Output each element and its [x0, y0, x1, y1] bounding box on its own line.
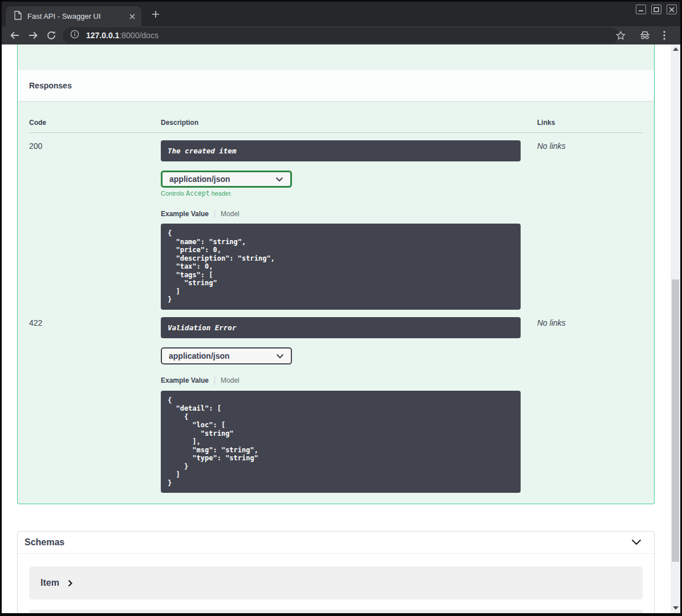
url-bar[interactable]: 127.0.0.1:8000/docs — [63, 27, 619, 43]
minimize-icon[interactable] — [636, 5, 646, 14]
model-card-item[interactable]: Item — [29, 566, 643, 599]
response-code: 200 — [29, 140, 161, 310]
scroll-up-icon[interactable] — [673, 47, 679, 51]
col-header-code: Code — [29, 119, 161, 127]
accept-header-hint: Controls Accept header. — [161, 189, 537, 197]
model-card-validationerror[interactable]: ValidationError — [29, 610, 643, 613]
tab-divider — [214, 209, 215, 218]
tab-example-value[interactable]: Example Value — [161, 376, 209, 384]
schemas-section: Schemas Item ValidationError — [17, 531, 655, 613]
response-description: Validation Error — [161, 317, 521, 338]
chevron-down-icon[interactable] — [631, 537, 642, 548]
schemas-header[interactable]: Schemas — [18, 532, 654, 554]
maximize-icon[interactable] — [651, 5, 661, 14]
reload-icon[interactable] — [46, 30, 56, 40]
tab-example-value[interactable]: Example Value — [161, 210, 209, 218]
example-json-422: { "detail": [ { "loc": [ "string" ], "ms… — [161, 391, 521, 493]
example-model-tabs: Example Value Model — [161, 376, 537, 385]
url-text: 127.0.0.1:8000/docs — [86, 31, 159, 40]
model-name: Item — [40, 578, 59, 588]
response-description: The created item — [161, 140, 521, 161]
operation-block: Responses Code Description Links 200 The… — [17, 44, 655, 504]
response-description-cell: Validation Error application/json Exampl… — [161, 317, 537, 493]
response-links: No links — [537, 140, 643, 310]
media-type-select[interactable]: application/json — [161, 347, 292, 364]
page-scrollbar[interactable] — [671, 44, 680, 613]
back-icon[interactable] — [10, 30, 20, 40]
menu-kebab-icon[interactable] — [659, 30, 670, 41]
tab-title: Fast API - Swagger UI — [22, 12, 127, 21]
window-controls — [636, 5, 677, 14]
media-type-select[interactable]: application/json — [161, 171, 292, 188]
tab-bar: Fast API - Swagger UI — [2, 2, 680, 26]
url-path: :8000/docs — [119, 31, 159, 40]
site-info-icon[interactable] — [70, 30, 79, 41]
response-description-cell: The created item application/json Contro… — [161, 140, 537, 310]
chevron-right-icon — [68, 579, 72, 587]
tab-divider — [214, 376, 215, 385]
media-type-value: application/json — [169, 351, 230, 360]
scroll-down-icon[interactable] — [673, 606, 679, 610]
chevron-down-icon — [276, 351, 284, 360]
page-viewport: Responses Code Description Links 200 The… — [2, 44, 680, 613]
browser-toolbar: 127.0.0.1:8000/docs — [2, 26, 680, 44]
scrollbar-thumb[interactable] — [672, 279, 679, 562]
bookmark-star-icon[interactable] — [615, 30, 626, 41]
responses-table-header: Code Description Links — [29, 109, 643, 133]
example-json-200: { "name": "string", "price": 0, "descrip… — [161, 224, 521, 310]
close-icon[interactable] — [667, 5, 677, 14]
media-type-value: application/json — [169, 175, 230, 184]
col-header-description: Description — [161, 119, 537, 127]
browser-chrome: Fast API - Swagger UI — [2, 2, 680, 44]
tab-model[interactable]: Model — [221, 376, 239, 384]
example-model-tabs: Example Value Model — [161, 209, 537, 218]
incognito-icon — [639, 30, 651, 41]
browser-window: Fast API - Swagger UI — [0, 0, 682, 616]
tab-close-icon[interactable] — [127, 11, 138, 22]
operation-block-top-spacer — [18, 44, 654, 70]
responses-section-header: Responses — [18, 70, 654, 101]
col-header-links: Links — [537, 119, 643, 127]
responses-table: Code Description Links 200 The created i… — [18, 101, 654, 504]
forward-icon[interactable] — [28, 30, 38, 40]
tab-model[interactable]: Model — [221, 210, 239, 218]
chevron-down-icon — [275, 175, 283, 184]
swagger-page: Responses Code Description Links 200 The… — [2, 44, 671, 613]
response-row-200: 200 The created item application/json Co… — [29, 133, 643, 310]
response-links: No links — [537, 317, 643, 493]
schemas-title: Schemas — [25, 537, 64, 548]
response-code: 422 — [29, 317, 161, 493]
responses-title: Responses — [29, 81, 72, 90]
new-tab-icon[interactable] — [150, 9, 161, 20]
url-host: 127.0.0.1 — [86, 31, 119, 40]
browser-tab[interactable]: Fast API - Swagger UI — [6, 6, 141, 26]
page-favicon-icon — [14, 11, 22, 22]
response-row-422: 422 Validation Error application/json Ex… — [29, 310, 643, 493]
